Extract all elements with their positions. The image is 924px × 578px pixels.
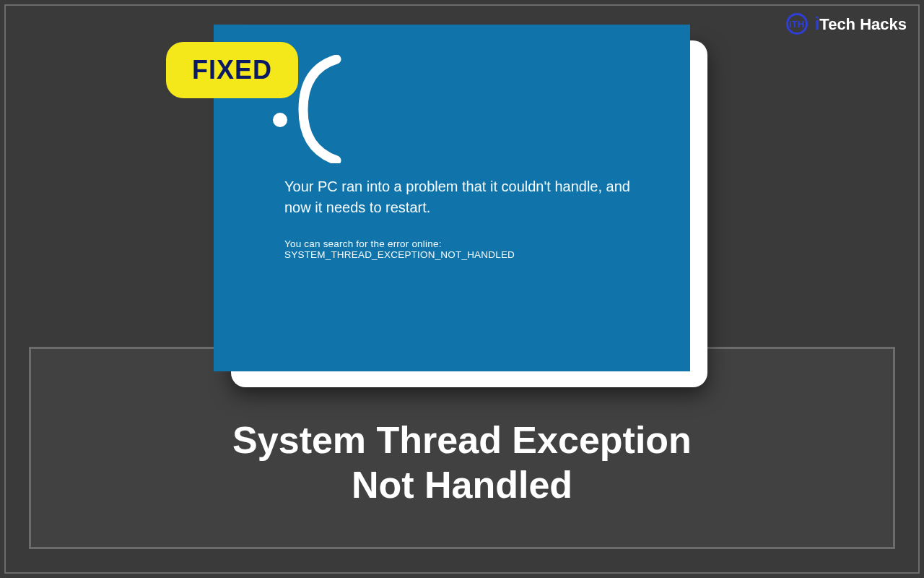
bsod-main-message: Your PC ran into a problem that it could… [284,176,657,218]
fixed-badge: FIXED [166,42,298,98]
article-title: System Thread Exception Not Handled [232,389,692,508]
title-line-2: Not Handled [352,464,572,506]
title-line-1: System Thread Exception [232,419,692,461]
badge-label: FIXED [192,55,272,85]
brand-logo-text: iTH [789,19,804,30]
site-brand: iTH iTech Hacks [786,13,907,35]
brand-name-rest: Tech Hacks [819,15,907,33]
brand-logo-icon: iTH [786,13,808,35]
sad-face-mouth [297,55,348,163]
bsod-error-code-line: You can search for the error online: SYS… [284,238,657,260]
sad-face-eye [273,113,287,127]
